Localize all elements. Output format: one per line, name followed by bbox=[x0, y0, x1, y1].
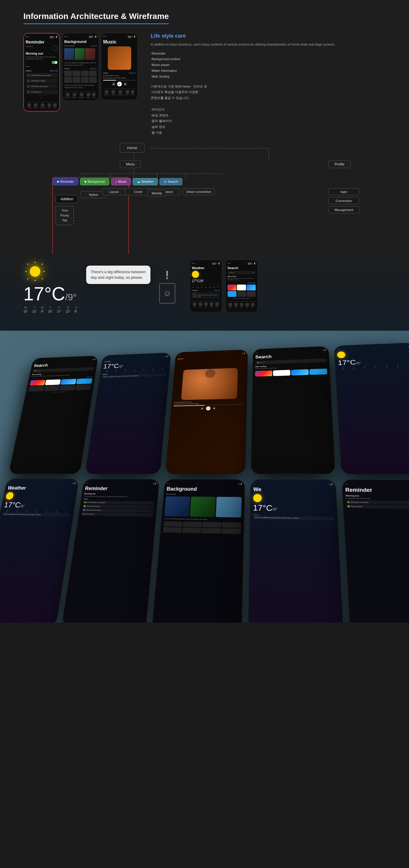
pp-app-5[interactable] bbox=[28, 386, 44, 392]
music-progress-bar[interactable] bbox=[103, 80, 136, 81]
pp-app-7[interactable] bbox=[60, 385, 76, 391]
safari-icon[interactable] bbox=[246, 285, 256, 290]
music-phone-nav: Reminder Weather Background Music Search bbox=[103, 89, 136, 95]
web-surfing-desc: Easy free and effective web surfing thro… bbox=[228, 278, 256, 281]
prev-button[interactable]: ⏮ bbox=[112, 82, 115, 86]
pp-search-title-2: Search bbox=[255, 352, 327, 360]
pp-search-2: 8:41▐▐ 🔋 Search 🔍 Search Web surfing Eas… bbox=[251, 346, 336, 474]
show-all-music[interactable]: Show All bbox=[129, 72, 136, 74]
pp-sun-3 bbox=[5, 492, 14, 500]
profile-subnodes: login Connection Management bbox=[328, 188, 359, 213]
layout-grid bbox=[64, 71, 97, 83]
pp-bg-desc: You can select the background screen of … bbox=[164, 518, 241, 521]
bg-image-1[interactable] bbox=[64, 48, 74, 60]
pp-ig-2[interactable] bbox=[255, 370, 272, 376]
phone-body-text: In conjunction with a wake-up call, we p… bbox=[26, 56, 58, 60]
toggle-switch[interactable] bbox=[52, 61, 58, 64]
app-labels: Instagram Google Safari Gallery bbox=[228, 298, 256, 299]
pp-search-input[interactable]: 🔍 Search bbox=[32, 367, 94, 372]
pp-notice-2: 13:00 Project meeting bbox=[82, 504, 154, 509]
lifestyle-features: ·Reminder·Background content·Music playe… bbox=[151, 51, 386, 80]
play-button[interactable]: ▶ bbox=[117, 82, 122, 86]
search-small-phone: 8:41 ▐▐▐ ≋ 🔋 Search Search ⊗ Web surfing… bbox=[226, 260, 258, 312]
recommend-label: Recommend bbox=[64, 45, 74, 47]
cover-node: Cover bbox=[125, 188, 151, 195]
pp-extra-title: Reminder bbox=[345, 487, 409, 494]
robot-face: ☺ bbox=[159, 283, 175, 304]
album-inner-circle bbox=[204, 369, 215, 378]
notice-label: Notice bbox=[26, 70, 32, 72]
background-title: Background bbox=[64, 39, 97, 44]
profile-node: Profile bbox=[328, 160, 351, 168]
bg-image-2[interactable] bbox=[75, 48, 85, 60]
notice-item-4: 4 21:00 Hang out bbox=[26, 90, 58, 94]
lifestyle-title: Life style care bbox=[151, 33, 386, 39]
background-wireframe-phone: 8:41 ▐▐▐ ≋ 🔋 Background Recommend See Al… bbox=[62, 33, 99, 101]
weather-sun-icon bbox=[192, 271, 199, 278]
search-phone-title: Search bbox=[228, 266, 256, 270]
showcase-section: 8:41▐▐ 🔋 Search 🔍 Search Web surfing Eas… bbox=[0, 331, 409, 623]
weather-phone-nav: Rem Wea Bg Mus Src bbox=[192, 301, 220, 308]
google-icon[interactable] bbox=[237, 285, 246, 290]
pp-app-6[interactable] bbox=[44, 385, 60, 391]
direct-conn-node: Diract connection bbox=[183, 188, 215, 195]
twitter-icon[interactable] bbox=[228, 291, 237, 297]
show-all-link[interactable]: Show All bbox=[50, 70, 58, 72]
pp-extra-text: In conjunction with a wake-up call. bbox=[346, 497, 409, 500]
pp-extra-morning: Morning sun bbox=[346, 495, 409, 498]
weather-temp-display: 17°C/9° bbox=[192, 279, 220, 283]
bg-image-3[interactable] bbox=[85, 48, 95, 60]
reminder-wireframe-phone: 8:41 ▐▐▐ ≋ 🔋 Reminder Contents Morning s… bbox=[23, 33, 60, 112]
toggle-circle[interactable] bbox=[52, 45, 58, 51]
view-link[interactable]: View › bbox=[26, 66, 58, 67]
app-icon-5[interactable] bbox=[237, 291, 246, 297]
app-icon-6[interactable] bbox=[246, 291, 256, 297]
reminder-title: Reminder bbox=[26, 40, 58, 44]
pp-google[interactable] bbox=[45, 379, 61, 385]
pp-sun-4 bbox=[253, 494, 262, 502]
next-button[interactable]: ⏭ bbox=[123, 82, 127, 86]
add-icon[interactable]: + bbox=[41, 96, 42, 99]
show-all-weather[interactable]: Show All bbox=[214, 289, 220, 291]
pp-extra-n2: Project meeting bbox=[346, 504, 409, 509]
pp-safari-2[interactable] bbox=[291, 369, 309, 376]
pp-bg-img-3[interactable] bbox=[215, 497, 242, 518]
pp-bg-img-1[interactable] bbox=[165, 496, 191, 517]
pp-goog-2[interactable] bbox=[273, 370, 290, 376]
layout-desc: Freely select the layout of the contents… bbox=[64, 84, 97, 89]
addition-box: Addition bbox=[56, 195, 78, 203]
architecture-diagram: Home Menu Profile ■ Reminder ■ Backgroun… bbox=[23, 143, 386, 254]
instagram-icon[interactable] bbox=[228, 285, 237, 290]
pp-prev[interactable]: ⏮ bbox=[200, 407, 204, 410]
pp-next[interactable]: ⏭ bbox=[213, 407, 216, 409]
pp-bg-img-2[interactable] bbox=[190, 496, 216, 517]
pp-background: 8:41▐▐ 🔋 Background Recommend You can se… bbox=[151, 479, 245, 623]
notice-item-3: 3 18:00 Dinner with Vincent bbox=[26, 84, 58, 89]
see-all-link[interactable]: See All bbox=[91, 45, 97, 47]
pp-twitter[interactable] bbox=[76, 378, 92, 384]
pp-player-controls: ⏮ ▶ ⏭ bbox=[173, 406, 244, 411]
pp-play[interactable]: ▶ bbox=[206, 406, 211, 410]
notice-item-1: 1 10:00 Watching a soccer game bbox=[26, 73, 58, 78]
pp-app-8[interactable] bbox=[76, 384, 91, 390]
pp-morning-text: In conjunction with a wake-up call, we p… bbox=[84, 495, 155, 498]
pp-notice-4: 21:00 Hang out bbox=[81, 512, 154, 517]
search-bar-mock[interactable]: Search ⊗ bbox=[228, 271, 256, 274]
pp-tw-2[interactable] bbox=[310, 369, 327, 375]
cat-music: ♪ Music bbox=[111, 178, 131, 185]
show-less[interactable]: Show Less bbox=[248, 282, 255, 284]
pp-safari[interactable] bbox=[60, 379, 77, 385]
pp-album-art bbox=[181, 368, 238, 400]
layout-label: Layout bbox=[64, 68, 69, 69]
pp-weather-1: 8:41▐▐ 🔋 Contents 17°C/9° M15° T12° W9° … bbox=[84, 352, 171, 474]
section-title: Information Architecture & Wireframe bbox=[23, 12, 169, 24]
login-node: login bbox=[328, 188, 359, 195]
pp-music: 8:41▐▐ 🔋 Music Everybody wants to love I… bbox=[165, 349, 248, 474]
pp-search-1: 8:41▐▐ 🔋 Search 🔍 Search Web surfing Eas… bbox=[8, 355, 98, 474]
weather-phone-title: Weather bbox=[192, 266, 220, 270]
toggle-area bbox=[26, 61, 58, 64]
cat-reminder: ■ Reminder bbox=[53, 178, 78, 185]
weekly-node: Weekly bbox=[148, 190, 166, 197]
pp-instagram[interactable] bbox=[30, 380, 45, 385]
layout-show-all[interactable]: Show All bbox=[90, 68, 97, 69]
